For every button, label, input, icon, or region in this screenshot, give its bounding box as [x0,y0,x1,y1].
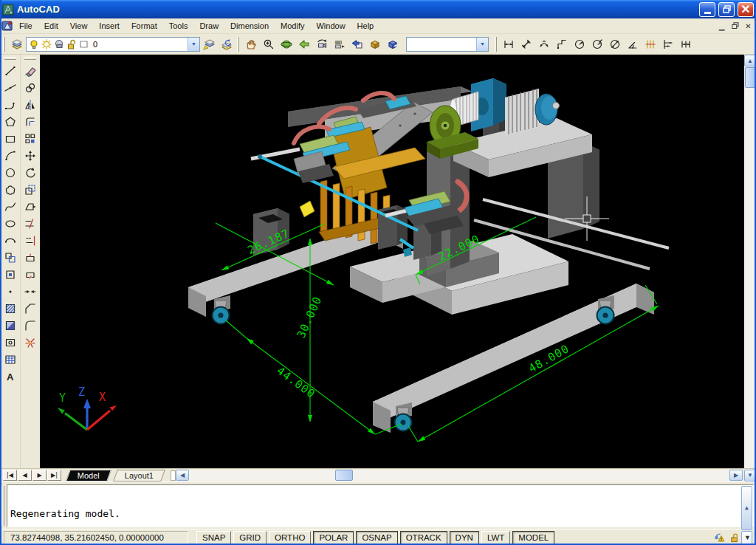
draw-ellipse-arc-button[interactable] [1,232,19,249]
layer-combo[interactable]: 0 ▼ [26,37,200,52]
ortho-toggle[interactable]: ORTHO [269,531,311,544]
previous-tab-button[interactable]: ◀ [18,470,32,481]
dim-diameter-button[interactable] [606,35,624,53]
quick-dimension-button[interactable] [642,35,659,53]
layer-previous-button[interactable] [200,35,218,53]
pan-realtime-button[interactable] [242,35,260,53]
dim-ordinate-button[interactable] [553,35,571,53]
draw-point-button[interactable] [1,283,19,300]
menu-edit[interactable]: Edit [38,19,64,32]
child-restore-button[interactable] [729,21,741,32]
status-bar-menu-arrow-icon[interactable]: ▼ [744,534,751,541]
menu-tools[interactable]: Tools [163,19,194,32]
draw-arc-button[interactable] [1,147,19,164]
modify-offset-button[interactable] [21,113,39,130]
modify-toolbar-grip[interactable] [24,57,36,60]
grid-toggle[interactable]: GRID [233,531,267,544]
layer-states-button[interactable] [218,35,236,53]
adjust-distance-button[interactable] [331,35,348,53]
draw-insert-block-button[interactable] [1,249,19,266]
modify-break-button[interactable] [21,266,39,283]
menu-window[interactable]: Window [310,19,351,32]
named-views-button[interactable] [366,35,384,53]
modify-stretch-button[interactable] [21,198,39,215]
style-combo-dropdown-button[interactable]: ▼ [476,38,488,51]
menu-file[interactable]: File [13,19,38,32]
polar-toggle[interactable]: POLAR [313,531,354,544]
view-undo-button[interactable] [348,35,366,53]
menu-modify[interactable]: Modify [275,19,310,32]
tab-model[interactable]: Model [66,470,111,481]
menu-format[interactable]: Format [126,19,163,32]
dim-radius-button[interactable] [571,35,588,53]
layer-combo-dropdown-button[interactable]: ▼ [188,38,199,51]
scroll-down-button[interactable]: ▼ [744,470,756,481]
minimize-button[interactable] [699,2,715,17]
dyn-toggle[interactable]: DYN [450,531,479,544]
draw-toolbar-grip[interactable] [4,57,16,60]
draw-polygon-button[interactable] [1,113,19,130]
horizontal-scrollbar[interactable]: ◀ ▶ [171,470,743,481]
last-tab-button[interactable]: ▶| [47,470,61,481]
draw-line-button[interactable] [1,62,19,79]
3d-orbit-button[interactable] [278,35,295,53]
child-minimize-button[interactable]: ▁ [715,21,728,32]
dim-linear-button[interactable] [500,35,518,53]
dim-jogged-button[interactable] [588,35,606,53]
dim-baseline-button[interactable] [659,35,677,53]
command-window-grip[interactable] [1,486,4,526]
command-scroll-up-button[interactable]: ▲ [741,486,752,530]
first-tab-button[interactable]: |◀ [3,470,17,481]
modify-explode-button[interactable] [21,334,39,351]
dim-continue-button[interactable] [677,35,695,53]
menu-draw[interactable]: Draw [193,19,224,32]
draw-table-button[interactable] [1,351,19,368]
osnap-toggle[interactable]: OSNAP [356,531,397,544]
modify-move-button[interactable] [21,147,39,164]
modify-erase-button[interactable] [21,62,39,79]
horizontal-scroll-thumb[interactable] [335,470,353,481]
modify-mirror-button[interactable] [21,96,39,113]
modify-join-button[interactable] [21,283,39,300]
modify-rotate-button[interactable] [21,164,39,181]
otrack-toggle[interactable]: OTRACK [400,531,447,544]
model-toggle[interactable]: MODEL [512,531,554,544]
layer-properties-manager-button[interactable] [8,35,26,53]
coordinate-readout[interactable]: 73.82744098, 35.21602450, 0.00000000 [4,531,188,544]
modify-chamfer-button[interactable] [21,300,39,317]
child-close-button[interactable]: ✕ [742,21,755,32]
draw-spline-button[interactable] [1,198,19,215]
lwt-toggle[interactable]: LWT [481,531,510,544]
draw-ellipse-button[interactable] [1,215,19,232]
communication-center-icon[interactable] [713,532,726,544]
menu-dimension[interactable]: Dimension [224,19,275,32]
menu-insert[interactable]: Insert [93,19,126,32]
camera-swivel-button[interactable] [313,35,331,53]
modify-fillet-button[interactable] [21,317,39,334]
modify-copy-button[interactable] [21,79,39,96]
layer-freeze-sun-icon[interactable] [41,38,52,50]
layer-plot-icon[interactable] [53,38,65,50]
draw-hatch-button[interactable] [1,300,19,317]
menu-help[interactable]: Help [351,19,380,32]
modify-scale-button[interactable] [21,181,39,198]
modify-break-at-point-button[interactable] [21,249,39,266]
scroll-up-button[interactable]: ▲ [744,55,756,66]
scroll-left-button[interactable]: ◀ [176,470,189,481]
tab-layout1[interactable]: Layout1 [113,470,165,481]
draw-rectangle-button[interactable] [1,130,19,147]
draw-polyline-button[interactable] [1,96,19,113]
draw-region-button[interactable] [1,334,19,351]
dim-aligned-button[interactable] [518,35,535,53]
modify-extend-button[interactable] [21,232,39,249]
toolbar-grip[interactable] [237,37,239,52]
draw-construction-line-button[interactable] [1,79,19,96]
toolbar-grip[interactable] [495,37,497,52]
modify-trim-button[interactable] [21,215,39,232]
dim-angular-button[interactable] [624,35,642,53]
scroll-right-button[interactable]: ▶ [729,470,743,481]
toolbar-unlock-icon[interactable] [729,532,740,544]
layer-color-swatch-icon[interactable] [78,38,90,50]
style-combo[interactable]: ▼ [406,37,489,52]
modify-array-button[interactable] [21,130,39,147]
